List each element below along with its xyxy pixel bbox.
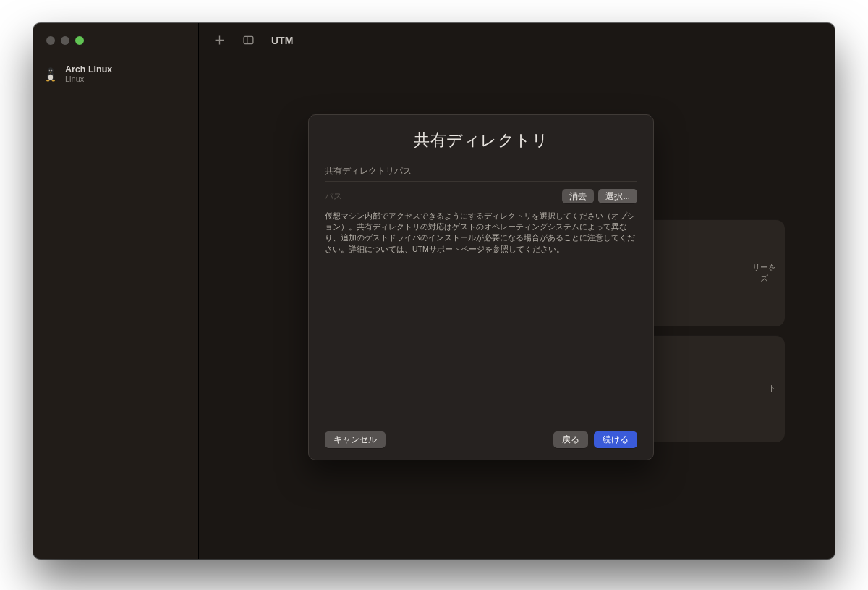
window-fullscreen-button[interactable] — [75, 36, 84, 45]
dialog-footer: キャンセル 戻る 続ける — [325, 431, 637, 448]
bg-card-text: ズ — [752, 273, 776, 284]
shared-directory-dialog: 共有ディレクトリ 共有ディレクトリパス パス 消去 選択... 仮想マシン内部で… — [308, 114, 654, 460]
bg-card-text: ト — [768, 383, 776, 394]
path-input[interactable]: パス — [325, 190, 558, 203]
svg-point-2 — [48, 74, 53, 80]
back-button[interactable]: 戻る — [553, 431, 588, 448]
plus-icon[interactable] — [212, 33, 226, 48]
svg-rect-9 — [244, 36, 253, 43]
vm-os: Linux — [65, 75, 112, 84]
dialog-title: 共有ディレクトリ — [325, 130, 637, 151]
window-minimize-button[interactable] — [61, 36, 69, 45]
sidebar-item-vm[interactable]: Arch Linux Linux — [33, 57, 198, 84]
path-row: パス 消去 選択... — [325, 189, 637, 203]
bg-card-text: リーを — [752, 262, 776, 273]
app-title: UTM — [271, 35, 293, 46]
continue-button[interactable]: 続ける — [594, 431, 637, 448]
window-close-button[interactable] — [46, 36, 55, 45]
choose-button[interactable]: 選択... — [598, 189, 637, 203]
cancel-button[interactable]: キャンセル — [325, 431, 386, 448]
svg-point-8 — [52, 79, 56, 81]
sidebar-toggle-icon[interactable] — [241, 33, 255, 48]
sidebar-item-texts: Arch Linux Linux — [65, 64, 112, 84]
svg-point-7 — [46, 79, 50, 81]
vm-name: Arch Linux — [65, 64, 112, 75]
svg-point-5 — [49, 70, 50, 71]
window-controls — [33, 23, 198, 57]
dialog-section-label: 共有ディレクトリパス — [325, 166, 637, 177]
linux-tux-icon — [43, 66, 58, 83]
clear-button[interactable]: 消去 — [562, 189, 594, 203]
divider — [325, 181, 637, 182]
main-area: UTM リーを ズ ト 共有ディレクトリ 共有ディレクトリパス パス 消去 選択… — [199, 23, 835, 559]
sidebar: Arch Linux Linux — [33, 23, 199, 559]
svg-point-6 — [51, 70, 52, 71]
toolbar: UTM — [199, 23, 835, 57]
dialog-description: 仮想マシン内部でアクセスできるようにするディレクトリを選択してください（オプショ… — [325, 211, 637, 255]
app-window: Arch Linux Linux UTM リーを ズ — [33, 23, 835, 559]
